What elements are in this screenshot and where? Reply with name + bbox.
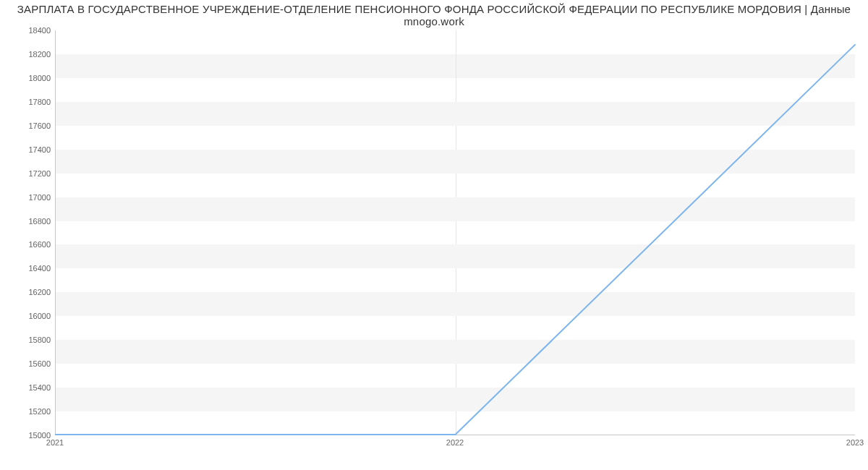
y-tick-label: 15000 [7, 431, 51, 440]
line-series [56, 30, 855, 435]
plot-area [55, 30, 855, 435]
y-tick-label: 18000 [7, 74, 51, 82]
y-tick-label: 18400 [7, 26, 51, 35]
y-tick-label: 17000 [7, 193, 51, 202]
y-tick-label: 16600 [7, 240, 51, 249]
y-tick-label: 18200 [7, 50, 51, 59]
y-tick-label: 15200 [7, 407, 51, 416]
y-tick-label: 16400 [7, 264, 51, 273]
y-tick-label: 16200 [7, 288, 51, 296]
y-tick-label: 16000 [7, 312, 51, 320]
y-tick-label: 17600 [7, 121, 51, 130]
x-tick-label: 2021 [46, 438, 64, 447]
x-tick-label: 2023 [846, 438, 864, 447]
y-tick-label: 17200 [7, 169, 51, 178]
y-tick-label: 17400 [7, 145, 51, 154]
chart-container: ЗАРПЛАТА В ГОСУДАРСТВЕННОЕ УЧРЕЖДЕНИЕ-ОТ… [0, 0, 868, 470]
y-tick-label: 15400 [7, 383, 51, 392]
y-tick-label: 15800 [7, 336, 51, 344]
y-tick-label: 15600 [7, 359, 51, 368]
series-line [56, 45, 855, 435]
y-tick-label: 17800 [7, 98, 51, 106]
x-tick-label: 2022 [446, 438, 464, 447]
y-tick-label: 16800 [7, 217, 51, 226]
chart-title: ЗАРПЛАТА В ГОСУДАРСТВЕННОЕ УЧРЕЖДЕНИЕ-ОТ… [0, 3, 868, 27]
